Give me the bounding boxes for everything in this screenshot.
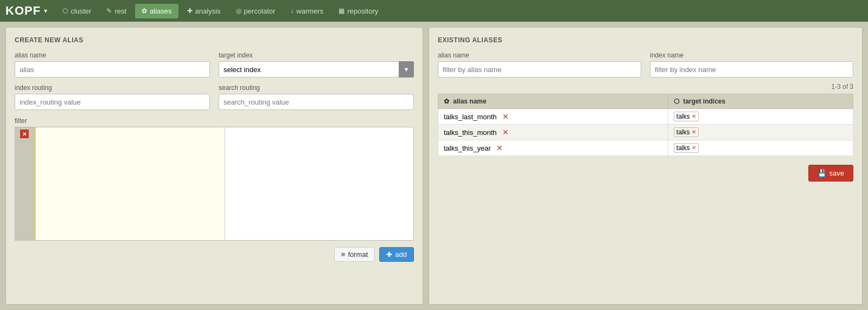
target-index-select[interactable]: select index <box>219 61 414 78</box>
add-icon: ✚ <box>386 250 392 259</box>
brand-logo: KOPF <box>5 4 41 18</box>
search-routing-input[interactable] <box>219 94 414 110</box>
nav-menu: ⬡ cluster ✎ rest ✿ aliases ✚ analysis ◎ … <box>56 4 385 18</box>
alias-name-filter-label: alias name <box>438 51 641 59</box>
index-name-filter-label: index name <box>650 51 853 59</box>
save-icon: 💾 <box>818 169 826 177</box>
target-index-group: target index select index ▼ <box>219 51 414 78</box>
create-panel-title: CREATE NEW ALIAS <box>15 36 414 44</box>
routing-row: index routing search routing <box>15 84 414 110</box>
nav-item-percolator[interactable]: ◎ percolator <box>229 4 282 18</box>
index-tag: talks✕ <box>674 112 699 121</box>
col-indices-header: ⬡ target indices <box>668 94 853 109</box>
index-name-filter-group: index name <box>650 51 853 78</box>
alias-name-label: alias name <box>15 51 210 59</box>
delete-alias-button[interactable]: ✕ <box>494 144 505 152</box>
filter-content-area[interactable] <box>34 127 225 240</box>
warmers-icon: ↓ <box>290 7 293 15</box>
alias-name-value: talks_this_month <box>444 128 497 137</box>
nav-item-repository[interactable]: ▦ repository <box>332 4 385 18</box>
cluster-icon: ⬡ <box>62 7 68 15</box>
index-routing-group: index routing <box>15 84 210 110</box>
aliases-count: 1-3 of 3 <box>438 83 853 91</box>
save-area: 💾 save <box>438 165 853 182</box>
index-routing-label: index routing <box>15 84 210 92</box>
rest-icon: ✎ <box>106 7 112 15</box>
alias-name-value: talks_last_month <box>444 113 497 121</box>
analysis-icon: ✚ <box>187 7 193 15</box>
alias-cell: talks_this_month✕ <box>438 125 668 140</box>
existing-aliases-panel: EXISTING ALIASES alias name index name 1… <box>429 27 863 305</box>
alias-cell: talks_this_year✕ <box>438 140 668 156</box>
filter-error-button[interactable]: ✕ <box>20 130 29 138</box>
index-tag: talks✕ <box>674 127 699 137</box>
nav-item-analysis[interactable]: ✚ analysis <box>181 4 227 18</box>
index-tag: talks✕ <box>674 143 699 153</box>
indices-cell: talks✕ <box>668 140 853 156</box>
index-tag-label: talks <box>676 113 690 120</box>
alias-name-filter-group: alias name <box>438 51 641 78</box>
existing-panel-title: EXISTING ALIASES <box>438 36 853 44</box>
add-button[interactable]: ✚ add <box>379 247 414 262</box>
nav-item-rest[interactable]: ✎ rest <box>100 4 133 18</box>
filter-actions: ≡ format ✚ add <box>15 247 414 262</box>
save-button[interactable]: 💾 save <box>808 165 853 182</box>
create-alias-panel: CREATE NEW ALIAS alias name target index… <box>5 27 423 305</box>
aliases-icon: ✿ <box>142 7 147 15</box>
index-tag-label: talks <box>676 128 690 136</box>
nav-item-aliases[interactable]: ✿ aliases <box>135 4 178 18</box>
format-icon: ≡ <box>341 250 346 259</box>
format-button[interactable]: ≡ format <box>334 247 375 262</box>
brand-caret[interactable]: ▾ <box>44 7 47 15</box>
indices-cell: talks✕ <box>668 125 853 140</box>
filter-section: filter ✕ <box>15 117 414 241</box>
search-routing-group: search routing <box>219 84 414 110</box>
navbar: KOPF ▾ ⬡ cluster ✎ rest ✿ aliases ✚ anal… <box>0 0 868 22</box>
nav-item-cluster[interactable]: ⬡ cluster <box>56 4 98 18</box>
filter-gutter: ✕ <box>15 127 34 240</box>
alias-name-input[interactable] <box>15 61 210 78</box>
main-content: CREATE NEW ALIAS alias name target index… <box>0 22 868 310</box>
index-tag-label: talks <box>676 144 690 152</box>
delete-alias-button[interactable]: ✕ <box>500 128 511 137</box>
filter-right-area <box>225 127 414 240</box>
col-alias-header: ✿ alias name <box>438 94 668 109</box>
index-name-filter-input[interactable] <box>650 61 853 78</box>
delete-alias-button[interactable]: ✕ <box>500 112 511 121</box>
indices-cell: talks✕ <box>668 109 853 125</box>
target-index-label: target index <box>219 51 414 59</box>
search-routing-label: search routing <box>219 84 414 92</box>
remove-index-tag[interactable]: ✕ <box>692 130 696 135</box>
alias-sort-icon: ✿ <box>444 98 449 105</box>
table-row: talks_this_year✕talks✕ <box>438 140 853 156</box>
remove-index-tag[interactable]: ✕ <box>692 114 696 119</box>
indices-sort-icon: ⬡ <box>674 98 679 105</box>
alias-name-value: talks_this_year <box>444 144 491 152</box>
alias-name-group: alias name <box>15 51 210 78</box>
table-row: talks_this_month✕talks✕ <box>438 125 853 140</box>
nav-item-warmers[interactable]: ↓ warmers <box>284 4 330 18</box>
aliases-filter-row: alias name index name <box>438 51 853 78</box>
repository-icon: ▦ <box>339 7 344 15</box>
filter-label: filter <box>15 117 27 125</box>
alias-target-row: alias name target index select index ▼ <box>15 51 414 78</box>
filter-editor: ✕ <box>15 127 414 241</box>
index-routing-input[interactable] <box>15 94 210 110</box>
aliases-table: ✿ alias name ⬡ target indices talks_last… <box>438 94 853 156</box>
alias-cell: talks_last_month✕ <box>438 109 668 125</box>
percolator-icon: ◎ <box>236 7 241 15</box>
target-index-select-wrapper: select index ▼ <box>219 61 414 78</box>
alias-name-filter-input[interactable] <box>438 61 641 78</box>
table-row: talks_last_month✕talks✕ <box>438 109 853 125</box>
remove-index-tag[interactable]: ✕ <box>692 145 696 151</box>
